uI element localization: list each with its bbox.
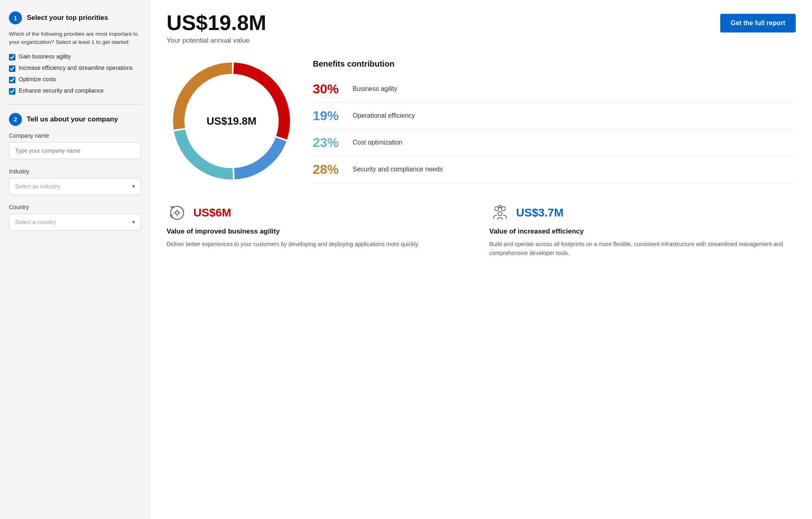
country-select[interactable]: Select a country <box>9 214 141 231</box>
benefit-row: 23% Cost optimization <box>313 130 796 156</box>
industry-select[interactable]: Select an industry <box>9 178 141 195</box>
industry-select-wrapper: Select an industry ▼ <box>9 178 141 195</box>
cards-container: US$6M Value of improved business agility… <box>167 202 796 258</box>
get-report-button[interactable]: Get the full report <box>720 14 796 32</box>
top-row: US$19.8M Your potential annual value Get… <box>167 12 796 45</box>
section1-title: Select your top priorities <box>27 14 108 22</box>
company-name-input[interactable] <box>9 142 141 159</box>
svg-point-4 <box>498 212 502 216</box>
bottom-cards-row: US$6M Value of improved business agility… <box>167 202 796 258</box>
middle-row: US$19.8M Benefits contribution 30% Busin… <box>167 56 796 186</box>
checkbox-item: Gain business agility <box>9 53 141 61</box>
benefit-percentage: 28% <box>313 162 345 177</box>
card-title: Value of increased efficiency <box>489 227 796 236</box>
benefits-list: 30% Business agility 19% Operational eff… <box>313 76 796 183</box>
section-divider <box>9 104 141 105</box>
efficiency-icon <box>489 202 511 223</box>
company-label: Company name <box>9 132 141 139</box>
right-panel: US$19.8M Your potential annual value Get… <box>150 0 812 519</box>
left-panel: 1 Select your top priorities Which of th… <box>0 0 150 519</box>
checkbox-item: Optimize costs <box>9 76 141 83</box>
donut-segment <box>180 130 233 174</box>
benefit-row: 30% Business agility <box>313 76 796 103</box>
priority-checkbox-label: Optimize costs <box>19 76 56 82</box>
country-label: Country <box>9 204 141 210</box>
card-value: US$3.7M <box>516 206 564 219</box>
section2-number: 2 <box>9 113 22 126</box>
industry-label: Industry <box>9 168 141 175</box>
benefit-percentage: 23% <box>313 135 345 150</box>
main-value-block: US$19.8M Your potential annual value <box>167 12 266 45</box>
svg-point-1 <box>175 211 179 214</box>
card-value: US$6M <box>193 206 231 219</box>
priority-checkbox-list: Gain business agilityIncrease efficiency… <box>9 53 141 95</box>
agility-icon <box>167 202 188 223</box>
benefit-percentage: 19% <box>313 108 345 123</box>
donut-segment <box>234 139 281 174</box>
benefit-percentage: 30% <box>313 82 345 97</box>
benefit-description: Cost optimization <box>353 139 403 146</box>
donut-center-label: US$19.8M <box>207 115 257 128</box>
priority-checkbox[interactable] <box>9 65 15 72</box>
benefit-row: 28% Security and compliance needs <box>313 156 796 183</box>
section1-desc: Which of the following priorities are mo… <box>9 30 141 47</box>
priority-checkbox[interactable] <box>9 77 15 83</box>
benefit-description: Operational efficiency <box>353 112 415 119</box>
value-card: US$6M Value of improved business agility… <box>167 202 473 258</box>
value-card: US$3.7M Value of increased efficiency Bu… <box>489 202 796 258</box>
priority-checkbox-label: Gain business agility <box>19 53 71 60</box>
benefits-title: Benefits contribution <box>313 59 796 69</box>
card-description: Deliver better experiences to your custo… <box>167 240 473 249</box>
donut-segment <box>234 68 284 138</box>
priority-checkbox-label: Increase efficiency and streamline opera… <box>19 65 133 71</box>
card-icon-row: US$3.7M <box>489 202 796 223</box>
section2-header: 2 Tell us about your company <box>9 113 141 126</box>
benefit-description: Business agility <box>353 85 397 93</box>
section1-header: 1 Select your top priorities <box>9 11 141 24</box>
card-title: Value of improved business agility <box>167 227 473 236</box>
section2-title: Tell us about your company <box>27 115 118 123</box>
benefit-description: Security and compliance needs <box>353 166 443 173</box>
main-value: US$19.8M <box>167 12 266 33</box>
priority-checkbox-label: Enhance security and compliance <box>19 87 104 94</box>
checkbox-item: Increase efficiency and streamline opera… <box>9 65 141 72</box>
country-select-wrapper: Select a country ▼ <box>9 214 141 231</box>
donut-chart: US$19.8M <box>167 56 297 186</box>
section1-number: 1 <box>9 11 22 24</box>
checkbox-item: Enhance security and compliance <box>9 87 141 95</box>
card-icon-row: US$6M <box>167 202 473 223</box>
benefits-panel: Benefits contribution 30% Business agili… <box>313 59 796 183</box>
benefit-row: 19% Operational efficiency <box>313 103 796 130</box>
main-subtitle: Your potential annual value <box>167 37 266 45</box>
priority-checkbox[interactable] <box>9 54 15 61</box>
priority-checkbox[interactable] <box>9 88 15 95</box>
card-description: Build and operate across all footprints … <box>489 240 796 258</box>
